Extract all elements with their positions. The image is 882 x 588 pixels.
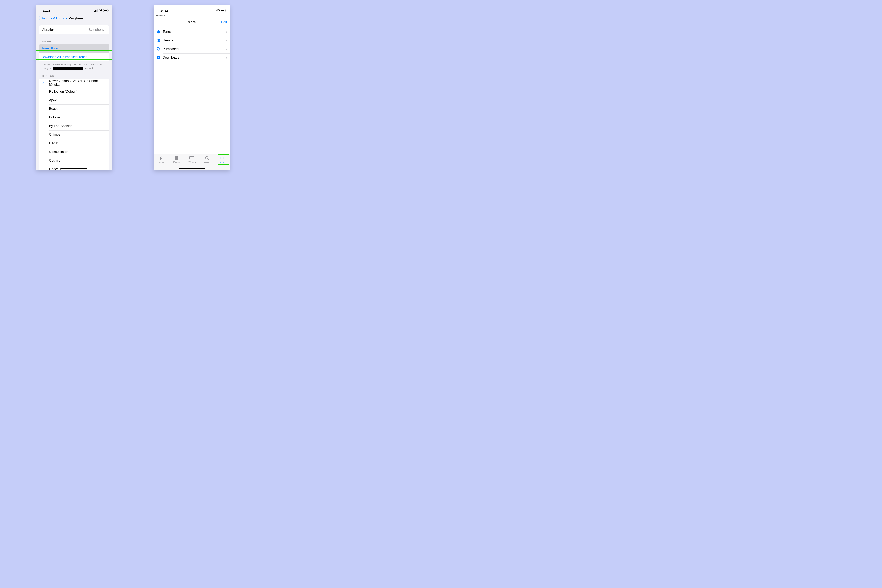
tab-label: Movies xyxy=(174,161,180,163)
store-section-header: STORE xyxy=(42,40,106,43)
ringtone-selected-row[interactable]: ✓ Never Gonna Give You Up (Intro) [Origi… xyxy=(39,79,110,87)
ringtone-row[interactable]: Reflection (Default) xyxy=(39,87,110,96)
downloads-row[interactable]: Downloads › xyxy=(154,53,230,62)
svg-rect-26 xyxy=(178,157,178,157)
film-icon xyxy=(174,155,179,160)
svg-rect-24 xyxy=(175,158,175,158)
ringtone-row[interactable]: Chimes xyxy=(39,130,110,139)
page-title: Ringtone xyxy=(68,16,83,20)
ringtone-label: Constellation xyxy=(49,150,68,154)
svg-point-35 xyxy=(223,158,224,158)
chevron-right-icon: › xyxy=(226,30,227,34)
ringtone-row[interactable]: Cosmic xyxy=(39,156,110,165)
status-time: 14:52 xyxy=(157,9,168,12)
ringtones-section-header: RINGTONES xyxy=(42,75,106,77)
genius-label: Genius xyxy=(163,38,173,42)
svg-rect-0 xyxy=(94,11,94,12)
checkmark-icon: ✓ xyxy=(42,81,45,85)
ringtone-row[interactable]: Beacon xyxy=(39,105,110,113)
network-label: 4G xyxy=(216,9,220,12)
store-group: Tone Store Download All Purchased Tones xyxy=(39,44,110,62)
bell-icon xyxy=(156,30,161,34)
back-label: Sounds & Haptics xyxy=(41,16,67,20)
ringtone-label: Crystals xyxy=(49,167,61,170)
svg-rect-23 xyxy=(175,157,175,157)
breadcrumb-back[interactable]: ◀ Search xyxy=(154,14,230,18)
tab-music[interactable]: Music xyxy=(154,155,168,170)
ringtone-row[interactable]: Bulletin xyxy=(39,113,110,122)
store-footer: This will download all ringtones and ale… xyxy=(42,63,106,70)
ringtone-row[interactable]: By The Seaside xyxy=(39,122,110,130)
tv-icon xyxy=(189,155,194,160)
svg-rect-2 xyxy=(96,10,97,12)
cellular-signal-icon xyxy=(94,9,98,12)
tones-label: Tones xyxy=(163,30,171,34)
svg-rect-7 xyxy=(212,11,212,12)
status-time: 11:28 xyxy=(39,9,50,12)
ringtone-label: Apex xyxy=(49,98,57,102)
tone-store-row[interactable]: Tone Store xyxy=(39,44,110,53)
svg-rect-28 xyxy=(178,158,178,159)
ringtone-label: Reflection (Default) xyxy=(49,90,78,93)
purchased-row[interactable]: Purchased › xyxy=(154,45,230,53)
ringtone-label: Chimes xyxy=(49,133,60,136)
cellular-signal-icon xyxy=(212,9,215,12)
search-icon xyxy=(205,155,209,160)
vibration-row[interactable]: Vibration Symphony › xyxy=(39,26,110,34)
svg-rect-29 xyxy=(189,156,194,159)
chevron-right-icon: › xyxy=(226,56,227,60)
svg-rect-3 xyxy=(97,9,98,12)
svg-rect-13 xyxy=(226,10,226,11)
svg-rect-1 xyxy=(95,10,96,12)
ringtone-selected-label: Never Gonna Give You Up (Intro) [Origi… xyxy=(49,79,106,87)
svg-point-18 xyxy=(158,48,158,48)
triangle-left-icon: ◀ xyxy=(156,14,158,16)
back-button[interactable]: Sounds & Haptics xyxy=(38,16,67,21)
ringtone-row[interactable]: Constellation xyxy=(39,148,110,156)
svg-rect-6 xyxy=(108,10,109,11)
tab-more[interactable]: More xyxy=(215,155,229,170)
chevron-left-icon xyxy=(38,16,40,21)
svg-point-31 xyxy=(206,156,208,159)
home-indicator xyxy=(61,168,87,169)
settings-ringtone-screen: 11:28 4G Sounds & Haptics Ringtone Vibra… xyxy=(36,6,112,170)
tab-label: Search xyxy=(204,161,210,163)
chevron-right-icon: › xyxy=(226,47,227,51)
status-bar: 14:52 4G xyxy=(154,6,230,14)
ringtone-row[interactable]: Apex xyxy=(39,96,110,105)
ringtone-label: Cosmic xyxy=(49,159,60,162)
tone-store-label: Tone Store xyxy=(42,46,58,50)
ringtone-row[interactable]: Circuit xyxy=(39,139,110,148)
svg-point-14 xyxy=(158,40,159,40)
battery-icon xyxy=(221,9,226,12)
svg-rect-12 xyxy=(221,10,224,11)
more-list: Tones › Genius › Purchased › Downloads › xyxy=(154,27,230,62)
ringtone-row[interactable]: Crystals xyxy=(39,165,110,170)
genius-row[interactable]: Genius › xyxy=(154,36,230,45)
tab-label: Music xyxy=(159,161,164,163)
vibration-value: Symphony xyxy=(88,28,104,32)
vibration-label: Vibration xyxy=(42,28,55,32)
svg-rect-10 xyxy=(214,9,215,12)
svg-rect-9 xyxy=(214,10,214,12)
svg-rect-5 xyxy=(104,10,107,11)
tag-icon xyxy=(156,47,161,51)
atom-icon xyxy=(156,38,161,42)
home-indicator xyxy=(178,168,205,169)
purchased-label: Purchased xyxy=(163,47,178,51)
svg-rect-8 xyxy=(213,10,213,12)
download-all-row[interactable]: Download All Purchased Tones xyxy=(39,53,110,62)
svg-point-34 xyxy=(222,158,222,158)
itunes-more-screen: 14:52 4G ◀ Search More Edit Tones › xyxy=(154,6,230,170)
ringtone-label: By The Seaside xyxy=(49,124,72,128)
chevron-right-icon: › xyxy=(226,38,227,42)
edit-button[interactable]: Edit xyxy=(221,20,227,24)
tones-row[interactable]: Tones › xyxy=(154,27,230,36)
nav-bar: Sounds & Haptics Ringtone xyxy=(36,14,112,23)
chevron-right-icon: › xyxy=(105,28,106,32)
page-title: More xyxy=(188,20,196,24)
downloads-label: Downloads xyxy=(163,56,179,60)
tab-label: More xyxy=(220,161,224,163)
svg-point-33 xyxy=(220,158,221,158)
svg-rect-25 xyxy=(175,158,175,159)
